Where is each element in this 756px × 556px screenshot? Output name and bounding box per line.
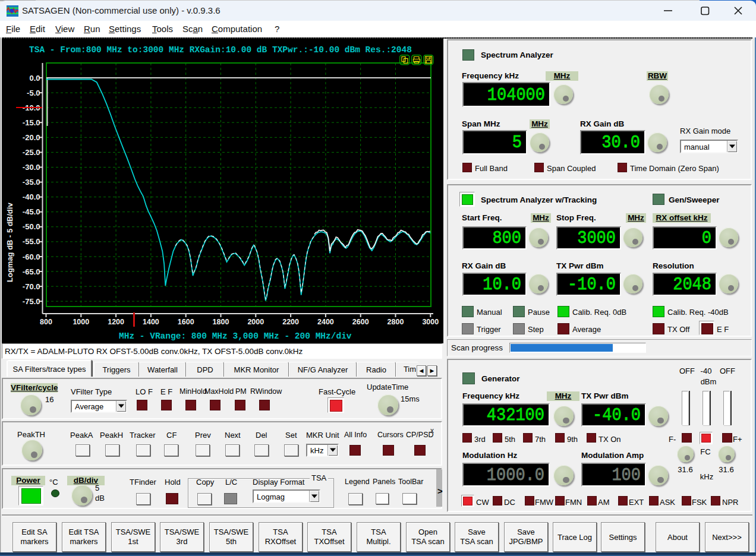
svg-text:0.0: 0.0 [29, 74, 40, 83]
svg-text:-45.0: -45.0 [23, 207, 40, 216]
svg-text:-70.0: -70.0 [23, 282, 40, 291]
svg-text:1200: 1200 [108, 318, 124, 326]
svg-text:3000: 3000 [422, 318, 439, 326]
svg-text:-25.0: -25.0 [23, 148, 40, 157]
svg-text:2400: 2400 [317, 318, 334, 326]
svg-text:800: 800 [40, 318, 52, 326]
svg-text:1000: 1000 [73, 318, 89, 326]
svg-text:-20.0: -20.0 [23, 133, 40, 142]
svg-text:-30.0: -30.0 [23, 163, 40, 172]
svg-text:-75.0: -75.0 [23, 297, 40, 306]
svg-text:2000: 2000 [247, 318, 264, 326]
svg-text:1800: 1800 [213, 318, 229, 326]
svg-text:-15.0: -15.0 [23, 118, 40, 127]
svg-text:-35.0: -35.0 [23, 178, 40, 187]
svg-text:1600: 1600 [178, 318, 194, 326]
svg-text:-55.0: -55.0 [23, 237, 40, 246]
svg-text:2800: 2800 [388, 318, 404, 326]
svg-text:-50.0: -50.0 [23, 222, 40, 231]
svg-text:1400: 1400 [143, 318, 159, 326]
svg-text:2200: 2200 [282, 318, 299, 326]
svg-text:-60.0: -60.0 [23, 252, 40, 261]
svg-text:-65.0: -65.0 [23, 267, 40, 276]
svg-text:2600: 2600 [352, 318, 369, 326]
svg-text:-5.0: -5.0 [27, 89, 40, 97]
svg-text:-40.0: -40.0 [23, 192, 40, 201]
